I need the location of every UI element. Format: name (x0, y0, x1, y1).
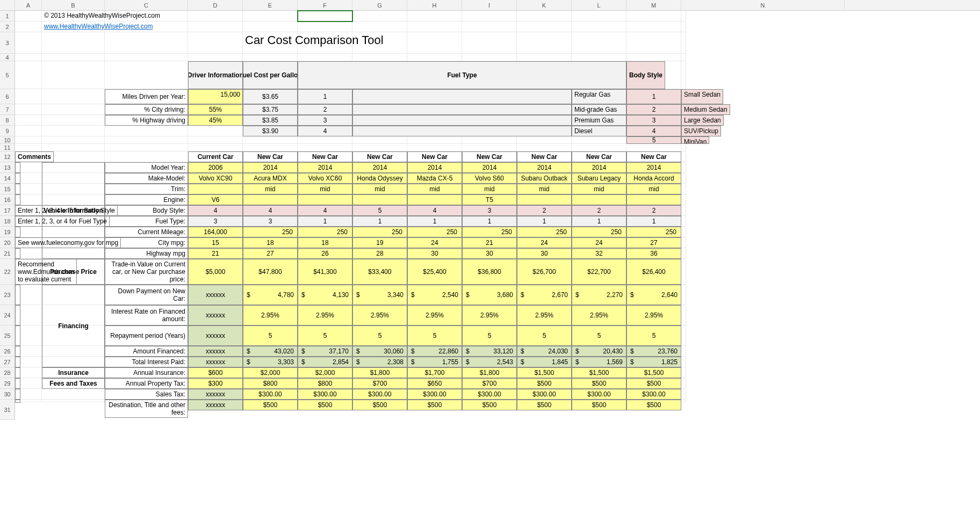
data-r19-c5[interactable]: 250 (462, 227, 517, 237)
data-r23-c0[interactable]: xxxxxx (188, 285, 243, 305)
data-r20-c3[interactable]: 19 (352, 237, 407, 248)
data-r13-c3[interactable]: 2014 (352, 162, 407, 173)
data-r29-c0[interactable]: $300 (188, 378, 243, 389)
bg-cell[interactable] (243, 144, 298, 151)
row-header[interactable]: 22 (0, 259, 15, 285)
bg-cell[interactable] (681, 357, 686, 367)
col-header[interactable] (0, 0, 15, 10)
data-r31-c7[interactable]: $500 (572, 400, 626, 410)
bg-cell[interactable] (681, 227, 686, 237)
data-r20-c0[interactable]: 15 (188, 237, 243, 248)
col-header[interactable]: N (681, 0, 845, 10)
data-r26-c5[interactable]: $33,120 (462, 346, 517, 357)
bg-cell[interactable] (105, 61, 188, 89)
data-r29-c3[interactable]: $700 (352, 378, 407, 389)
bg-cell[interactable] (681, 367, 686, 378)
data-r18-c0[interactable]: 3 (188, 216, 243, 227)
data-r25-c6[interactable]: 5 (517, 325, 572, 346)
bg-cell[interactable] (462, 144, 517, 151)
bg-cell[interactable] (626, 144, 681, 151)
comment-empty-25[interactable] (15, 325, 20, 346)
row-header[interactable]: 4 (0, 54, 15, 61)
bg-cell[interactable] (681, 259, 686, 285)
comment-empty-19[interactable] (15, 227, 20, 237)
bg-cell[interactable] (407, 144, 462, 151)
bg-cell[interactable] (517, 32, 572, 54)
data-r31-c5[interactable]: $500 (462, 400, 517, 410)
selected-cell[interactable] (298, 11, 352, 21)
comment-empty-23[interactable] (15, 285, 20, 305)
bg-cell[interactable] (462, 136, 517, 144)
data-r13-c8[interactable]: 2014 (626, 162, 681, 173)
data-r31-c4[interactable]: $500 (407, 400, 462, 410)
data-r27-c1[interactable]: $3,303 (243, 357, 298, 367)
comment-empty-24[interactable] (15, 305, 20, 325)
row-header[interactable]: 11 (0, 144, 15, 151)
data-r25-c4[interactable]: 5 (407, 325, 462, 346)
data-r14-c2[interactable]: Volvo XC60 (298, 173, 352, 184)
data-r21-c3[interactable]: 28 (352, 248, 407, 259)
data-r25-c2[interactable]: 5 (298, 325, 352, 346)
data-r16-c1[interactable] (243, 194, 298, 205)
fuel-cost-0[interactable]: $3.65 (243, 89, 298, 104)
data-r17-c5[interactable]: 3 (462, 205, 517, 216)
bg-cell[interactable] (626, 32, 681, 54)
miles-value[interactable]: 15,000 (188, 89, 243, 104)
data-r26-c8[interactable]: $23,760 (626, 346, 681, 357)
data-r29-c1[interactable]: $800 (243, 378, 298, 389)
bg-cell[interactable] (105, 32, 188, 54)
bg-cell[interactable] (42, 89, 105, 104)
data-r13-c1[interactable]: 2014 (243, 162, 298, 173)
bg-cell[interactable] (681, 400, 686, 402)
bg-cell[interactable] (407, 54, 462, 61)
row-header[interactable]: 25 (0, 325, 15, 346)
data-r17-c6[interactable]: 2 (517, 205, 572, 216)
data-r24-c5[interactable]: 2.95% (462, 305, 517, 325)
data-r29-c7[interactable]: $500 (572, 378, 626, 389)
data-r26-c6[interactable]: $24,030 (517, 346, 572, 357)
data-r18-c5[interactable]: 1 (462, 216, 517, 227)
data-r24-c1[interactable]: 2.95% (243, 305, 298, 325)
data-r21-c4[interactable]: 30 (407, 248, 462, 259)
row-header[interactable]: 31 (0, 400, 15, 420)
data-r20-c2[interactable]: 18 (298, 237, 352, 248)
row-header[interactable]: 15 (0, 184, 15, 194)
col-header[interactable]: C (105, 0, 188, 10)
data-r28-c2[interactable]: $2,000 (298, 367, 352, 378)
data-r18-c2[interactable]: 1 (298, 216, 352, 227)
bg-cell[interactable] (572, 11, 626, 21)
bg-cell[interactable] (15, 21, 42, 32)
bg-cell[interactable] (681, 216, 686, 227)
bg-cell[interactable] (42, 136, 105, 144)
bg-cell[interactable] (298, 136, 352, 144)
data-r27-c8[interactable]: $1,825 (626, 357, 681, 367)
comment-empty-30[interactable] (15, 389, 20, 400)
bg-cell[interactable] (42, 32, 105, 54)
bg-cell[interactable] (243, 136, 298, 144)
data-r23-c4[interactable]: $2,540 (407, 285, 462, 305)
bg-cell[interactable] (681, 173, 686, 184)
data-r21-c8[interactable]: 36 (626, 248, 681, 259)
row-header[interactable]: 29 (0, 378, 15, 389)
data-r31-c8[interactable]: $500 (626, 400, 681, 410)
data-r20-c1[interactable]: 18 (243, 237, 298, 248)
hwy-pct-value[interactable]: 45% (188, 115, 243, 126)
data-r31-c1[interactable]: $500 (243, 400, 298, 410)
bg-cell[interactable] (572, 21, 626, 32)
data-r18-c6[interactable]: 1 (517, 216, 572, 227)
bg-cell[interactable] (15, 126, 42, 136)
data-r26-c3[interactable]: $30,060 (352, 346, 407, 357)
data-r19-c7[interactable]: 250 (572, 227, 626, 237)
row-header[interactable]: 30 (0, 389, 15, 400)
bg-cell[interactable] (517, 11, 572, 21)
bg-cell[interactable] (188, 32, 243, 54)
bg-cell[interactable] (243, 54, 298, 61)
bg-cell[interactable] (681, 237, 686, 248)
data-r25-c3[interactable]: 5 (352, 325, 407, 346)
bg-cell[interactable] (42, 54, 105, 61)
col-header[interactable]: K (517, 0, 572, 10)
data-r22-c3[interactable]: $33,400 (352, 259, 407, 285)
data-r20-c8[interactable]: 27 (626, 237, 681, 248)
comment-empty-13[interactable] (15, 162, 20, 173)
bg-cell[interactable] (188, 144, 243, 151)
